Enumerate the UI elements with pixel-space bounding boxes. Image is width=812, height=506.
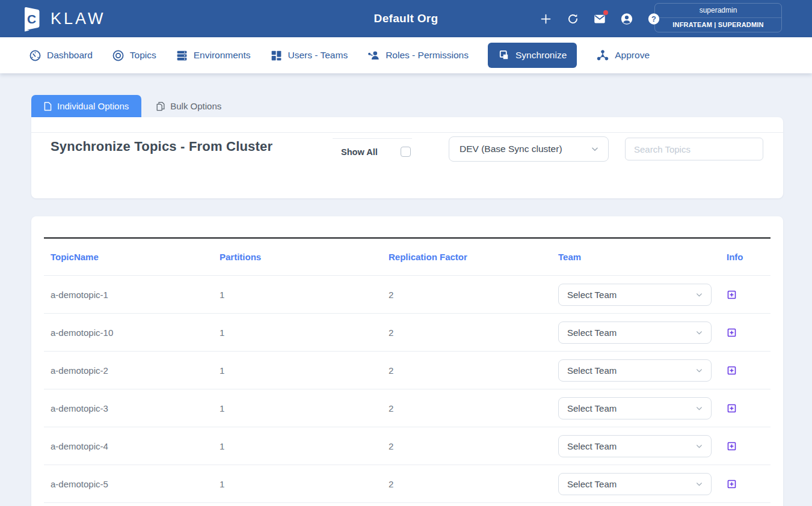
chevron-down-icon <box>695 404 703 412</box>
partitions-cell: 1 <box>213 441 382 451</box>
team-select[interactable]: Select Team <box>558 473 712 495</box>
add-box-icon <box>727 290 737 300</box>
info-cell <box>720 441 770 451</box>
roles-permissions-icon <box>367 49 380 62</box>
team-select-value: Select Team <box>567 328 617 338</box>
table-row: a-demotopic-1 1 2 Select Team <box>44 276 770 314</box>
top-header-bar: C KLAW Default Org ? superadmin INFRATEA… <box>0 0 812 37</box>
environments-icon <box>176 49 188 62</box>
column-header-partitions: Partitions <box>213 252 382 262</box>
org-title: Default Org <box>374 12 438 25</box>
add-box-icon <box>727 365 737 376</box>
team-select-value: Select Team <box>567 290 617 300</box>
main-navbar: Dashboard Topics Environments Users - Te… <box>0 37 812 73</box>
nav-item-topics[interactable]: Topics <box>112 49 156 62</box>
topics-icon <box>112 49 125 62</box>
add-topic-info-button[interactable] <box>727 365 737 376</box>
add-topic-info-button[interactable] <box>727 479 737 489</box>
username: superadmin <box>655 4 781 17</box>
partitions-cell: 1 <box>213 479 382 489</box>
topics-table: TopicName Partitions Replication Factor … <box>44 237 770 503</box>
team-cell: Select Team <box>552 473 720 495</box>
sync-filter-card: Synchronize Topics - From Cluster Show A… <box>31 117 783 198</box>
users-teams-icon <box>270 49 283 62</box>
team-select[interactable]: Select Team <box>558 435 712 457</box>
show-all-label: Show All <box>341 147 378 157</box>
brand-name: KLAW <box>51 10 106 28</box>
replication-factor-cell: 2 <box>382 328 552 338</box>
chevron-down-icon <box>695 329 703 337</box>
chevron-down-icon <box>695 442 703 450</box>
nav-label: Synchronize <box>515 50 567 61</box>
tab-label: Bulk Options <box>170 101 221 111</box>
topic-name-cell: a-demotopic-10 <box>44 328 213 338</box>
team-cell: Select Team <box>552 322 720 344</box>
mail-icon[interactable] <box>593 12 606 25</box>
column-header-team: Team <box>552 252 720 262</box>
brand[interactable]: C KLAW <box>20 5 106 32</box>
chevron-down-icon <box>695 480 703 488</box>
add-box-icon <box>727 403 737 413</box>
info-cell <box>720 403 770 413</box>
team-select[interactable]: Select Team <box>558 284 712 306</box>
card-divider <box>31 132 783 133</box>
show-all-checkbox[interactable] <box>401 147 411 157</box>
table-body: a-demotopic-1 1 2 Select Team a-demotopi… <box>44 276 770 503</box>
synchronize-icon <box>498 49 510 61</box>
team-cell: Select Team <box>552 284 720 306</box>
team-select-value: Select Team <box>567 479 617 489</box>
add-icon[interactable] <box>539 12 552 25</box>
topic-name-cell: a-demotopic-2 <box>44 365 213 376</box>
replication-factor-cell: 2 <box>382 403 552 413</box>
add-topic-info-button[interactable] <box>727 441 737 451</box>
replication-factor-cell: 2 <box>382 441 552 451</box>
notification-dot <box>603 10 608 15</box>
chevron-down-icon <box>591 145 599 153</box>
nav-label: Users - Teams <box>288 50 348 61</box>
refresh-icon[interactable] <box>566 12 579 25</box>
nav-label: Environments <box>194 50 251 61</box>
nav-item-users-teams[interactable]: Users - Teams <box>270 49 348 62</box>
team-cell: Select Team <box>552 435 720 457</box>
nav-item-synchronize[interactable]: Synchronize <box>488 43 577 68</box>
page-title: Synchronize Topics - From Cluster <box>51 139 272 154</box>
info-cell <box>720 328 770 338</box>
search-topics-input[interactable] <box>625 138 763 160</box>
nav-label: Approve <box>615 50 650 61</box>
nav-item-approve[interactable]: Approve <box>596 49 650 62</box>
add-topic-info-button[interactable] <box>727 290 737 300</box>
topic-name-cell: a-demotopic-1 <box>44 290 213 300</box>
nav-item-roles-permissions[interactable]: Roles - Permissions <box>367 49 469 62</box>
tab-label: Individual Options <box>57 101 129 111</box>
cluster-select[interactable]: DEV (Base Sync cluster) <box>449 136 609 162</box>
replication-factor-cell: 2 <box>382 365 552 376</box>
partitions-cell: 1 <box>213 403 382 413</box>
nav-item-dashboard[interactable]: Dashboard <box>29 49 93 62</box>
add-box-icon <box>727 441 737 451</box>
tab-individual-options[interactable]: Individual Options <box>31 95 141 117</box>
user-info-box[interactable]: superadmin INFRATEAM | SUPERADMIN <box>654 3 782 32</box>
user-circle-icon[interactable] <box>620 12 633 25</box>
options-tabs: Individual Options Bulk Options <box>31 95 783 117</box>
partitions-cell: 1 <box>213 328 382 338</box>
team-select[interactable]: Select Team <box>558 322 712 344</box>
table-row: a-demotopic-5 1 2 Select Team <box>44 465 770 503</box>
nav-item-environments[interactable]: Environments <box>176 49 251 62</box>
nav-label: Dashboard <box>47 50 93 61</box>
dashboard-icon <box>29 49 42 62</box>
chevron-down-icon <box>695 291 703 299</box>
table-row: a-demotopic-3 1 2 Select Team <box>44 389 770 427</box>
team-select[interactable]: Select Team <box>558 397 712 419</box>
table-header-row: TopicName Partitions Replication Factor … <box>44 239 770 276</box>
topic-name-cell: a-demotopic-4 <box>44 441 213 451</box>
column-header-replication-factor: Replication Factor <box>382 252 552 262</box>
add-topic-info-button[interactable] <box>727 403 737 413</box>
add-topic-info-button[interactable] <box>727 328 737 338</box>
documents-copy-icon <box>156 102 165 111</box>
topic-name-cell: a-demotopic-5 <box>44 479 213 489</box>
add-box-icon <box>727 328 737 338</box>
partitions-cell: 1 <box>213 290 382 300</box>
tab-bulk-options[interactable]: Bulk Options <box>141 95 233 117</box>
team-select[interactable]: Select Team <box>558 359 712 382</box>
info-cell <box>720 479 770 489</box>
